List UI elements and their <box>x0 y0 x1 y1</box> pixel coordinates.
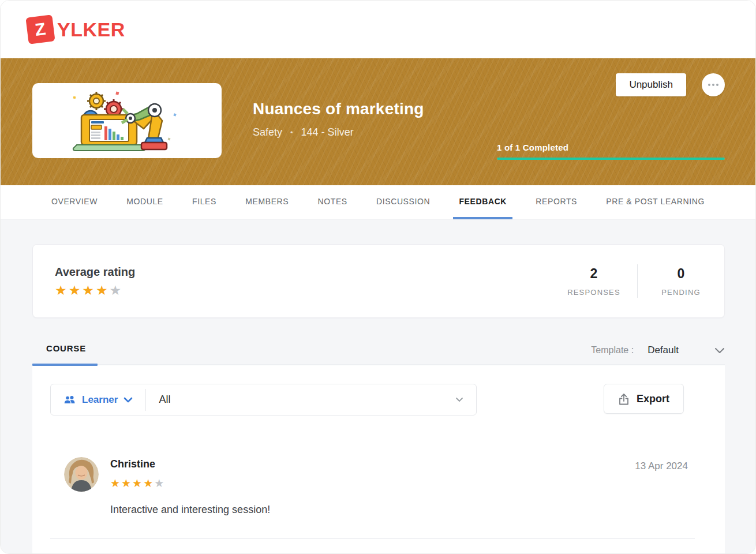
pending-label: PENDING <box>638 288 724 297</box>
average-rating-title: Average rating <box>55 265 135 279</box>
subtitle-dot: • <box>290 128 293 137</box>
course-banner: Nuances of marketing Safety • 144 - Silv… <box>1 58 755 185</box>
tab-notes[interactable]: NOTES <box>312 185 353 219</box>
review-comment: Interactive and interesting session! <box>110 504 708 516</box>
tab-members[interactable]: MEMBERS <box>239 185 294 219</box>
pending-count: 0 <box>638 266 724 282</box>
learner-role-dropdown[interactable]: Learner <box>51 394 145 406</box>
progress-fill <box>497 158 725 160</box>
learner-scope-value: All <box>159 394 455 406</box>
review-header: Christine 13 Apr 2024 <box>110 457 708 472</box>
template-value: Default <box>648 345 679 356</box>
tab-feedback[interactable]: FEEDBACK <box>453 185 512 219</box>
template-selector[interactable]: Template : Default <box>591 345 725 364</box>
tab-pre-post-learning[interactable]: PRE & POST LEARNING <box>600 185 710 219</box>
review-stars: ★★★★★ <box>110 478 708 489</box>
more-options-button[interactable] <box>702 73 725 96</box>
learners-icon <box>63 395 76 405</box>
chevron-down-icon <box>714 347 725 354</box>
feedback-review-item: Christine 13 Apr 2024 ★★★★★ Interactive … <box>50 457 708 516</box>
logo-mark-icon: Z <box>25 14 55 44</box>
course-level: 144 - Silver <box>301 126 354 138</box>
avatar-image <box>64 457 99 492</box>
responses-stat: 2 RESPONSES <box>551 266 637 297</box>
responses-count: 2 <box>551 266 637 282</box>
feedback-toolbar: Learner All <box>50 384 708 415</box>
completion-progress: 1 of 1 Completed <box>497 143 725 160</box>
course-subtitle: Safety • 144 - Silver <box>253 126 424 138</box>
app-window: Z YLKER <box>0 0 756 554</box>
average-rating-card: Average rating ★★★★★ 2 RESPONSES 0 PENDI… <box>32 244 725 318</box>
export-icon <box>618 393 630 405</box>
progress-label: 1 of 1 Completed <box>497 143 725 152</box>
course-tab-label: COURSE <box>46 343 86 353</box>
ellipsis-icon <box>708 84 710 86</box>
pending-stat: 0 PENDING <box>638 266 724 297</box>
zylker-logo: Z YLKER <box>27 16 125 43</box>
learner-role-label: Learner <box>82 394 118 406</box>
export-button[interactable]: Export <box>604 384 684 414</box>
learner-filter-bar: Learner All <box>50 384 477 415</box>
unpublish-button[interactable]: Unpublish <box>616 73 686 96</box>
top-bar: Z YLKER <box>1 1 755 58</box>
tab-files[interactable]: FILES <box>186 185 222 219</box>
template-label: Template : <box>591 345 634 355</box>
rating-left: Average rating ★★★★★ <box>33 265 135 297</box>
course-category: Safety <box>253 126 282 138</box>
learner-scope-dropdown[interactable]: All <box>146 394 476 406</box>
banner-actions: Unpublish <box>616 73 725 96</box>
feedback-section-header: COURSE Template : Default <box>32 343 725 365</box>
tab-reports[interactable]: REPORTS <box>530 185 583 219</box>
review-divider <box>50 538 695 539</box>
tab-discussion[interactable]: DISCUSSION <box>370 185 436 219</box>
review-body: Christine 13 Apr 2024 ★★★★★ Interactive … <box>110 457 708 516</box>
reviewer-name: Christine <box>110 457 155 470</box>
feedback-content: Average rating ★★★★★ 2 RESPONSES 0 PENDI… <box>1 220 755 553</box>
review-date: 13 Apr 2024 <box>635 457 688 472</box>
tab-course[interactable]: COURSE <box>32 343 86 364</box>
course-tab-bar: OVERVIEW MODULE FILES MEMBERS NOTES DISC… <box>1 185 755 220</box>
gear-yellow <box>87 92 106 110</box>
course-title: Nuances of marketing <box>253 100 424 118</box>
rating-stats: 2 RESPONSES 0 PENDING <box>551 245 724 317</box>
export-button-label: Export <box>637 393 669 405</box>
tab-module[interactable]: MODULE <box>121 185 169 219</box>
chevron-down-icon <box>455 397 463 402</box>
reviewer-avatar <box>64 457 99 492</box>
chevron-down-icon <box>123 397 133 403</box>
course-tab-underline <box>32 364 98 366</box>
tab-overview[interactable]: OVERVIEW <box>46 185 103 219</box>
course-thumbnail <box>32 83 222 158</box>
course-illustration-icon <box>61 88 193 153</box>
feedback-panel: Learner All <box>32 365 725 553</box>
logo-letter: Z <box>34 20 47 39</box>
responses-label: RESPONSES <box>551 288 637 297</box>
logo-text: YLKER <box>57 18 125 41</box>
course-title-block: Nuances of marketing Safety • 144 - Silv… <box>253 100 424 185</box>
average-rating-stars: ★★★★★ <box>55 284 135 297</box>
progress-track <box>497 158 725 160</box>
